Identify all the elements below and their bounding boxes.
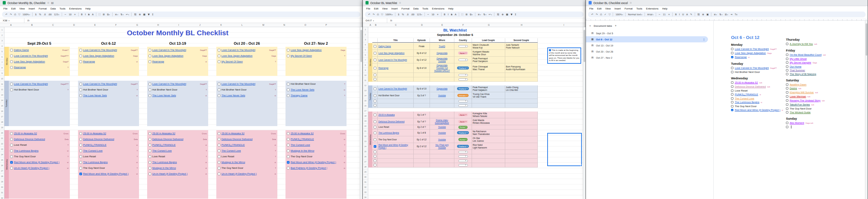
checkbox[interactable]	[149, 60, 151, 63]
add-tab-icon[interactable]: +	[615, 24, 616, 27]
checkbox[interactable]	[218, 173, 220, 175]
insert-chart-icon[interactable]: ▦	[506, 13, 508, 16]
menu-data[interactable]: Data	[413, 7, 419, 10]
checkbox[interactable]	[786, 65, 788, 68]
item-title[interactable]: Red Moon and Wine (# Destiny Project )	[291, 161, 336, 164]
item-title[interactable]: Love Carved In The Moonlight	[14, 82, 48, 85]
country-dropdown[interactable]: ▾	[458, 59, 468, 61]
item-title[interactable]: PUNKS△TRIANGLE	[735, 93, 758, 96]
checkbox[interactable]	[374, 164, 376, 166]
item-title[interactable]: The Cursed Love	[735, 97, 754, 100]
paint-format-icon[interactable]: ⛉	[609, 13, 610, 16]
checkbox[interactable]: ✓	[10, 161, 13, 164]
checkbox[interactable]	[374, 104, 376, 107]
column-header[interactable]: D	[421, 24, 423, 26]
checkbox[interactable]	[786, 61, 788, 64]
country-pill[interactable]: Korea▾	[458, 138, 468, 141]
checkbox[interactable]	[149, 138, 151, 141]
checkbox[interactable]: ✓	[731, 109, 733, 111]
font-select[interactable]: Arial▾	[647, 13, 653, 16]
column-header[interactable]: L	[241, 24, 243, 26]
indent-icon[interactable]: ⇥	[730, 13, 732, 16]
vertical-scrollbar[interactable]	[360, 27, 362, 199]
item-title[interactable]: PUNKS△TRIANGLE	[83, 143, 106, 146]
font-size-value[interactable]: 10	[432, 13, 434, 16]
checkbox[interactable]	[786, 43, 788, 45]
checkbox[interactable]	[786, 87, 788, 89]
checkbox[interactable]	[287, 49, 290, 52]
menu-help[interactable]: Help	[662, 7, 667, 10]
item-title[interactable]: The Luminous Begins	[83, 161, 108, 164]
checkbox[interactable]	[149, 167, 151, 170]
country-pill[interactable]: Vietnam▾	[457, 94, 469, 97]
horizontal-align-icon[interactable]: ≡▾	[478, 13, 481, 16]
insert-chart-icon[interactable]: ▦	[143, 13, 145, 16]
checkbox[interactable]	[218, 94, 220, 97]
show-title[interactable]: Delicious Divorce Delivered	[378, 120, 413, 123]
menu-data[interactable]: Data	[51, 7, 56, 10]
checkbox[interactable]	[374, 155, 376, 158]
menu-file[interactable]: File	[366, 7, 370, 10]
checkbox[interactable]	[10, 83, 13, 85]
vertical-align-icon[interactable]: ⇅▾	[483, 13, 486, 16]
checkbox[interactable]	[149, 94, 151, 97]
spreadsheet-grid[interactable]: 1234567891011121314151617181920212223242…	[0, 27, 360, 199]
checkbox[interactable]	[10, 88, 13, 91]
checkbox[interactable]	[786, 83, 788, 86]
checkbox[interactable]	[374, 132, 376, 134]
bold-icon[interactable]: B	[444, 13, 446, 16]
item-title[interactable]: 25:00 in Akasaka S2	[152, 132, 175, 135]
insert-link-icon[interactable]: ⛓	[697, 13, 700, 16]
format-percent-icon[interactable]: %	[402, 13, 404, 16]
menu-format[interactable]: Format	[39, 7, 47, 10]
item-title[interactable]: The Love Never Sets	[291, 88, 314, 91]
checkbox[interactable]	[10, 155, 13, 158]
country-dropdown[interactable]: ▾	[458, 74, 468, 76]
checkbox[interactable]	[218, 155, 220, 158]
checkbox[interactable]	[10, 138, 13, 141]
scrollbar-thumb[interactable]	[360, 30, 362, 62]
line-spacing-icon[interactable]: ⇅▾	[719, 13, 722, 16]
checkbox[interactable]	[374, 159, 376, 162]
item-title[interactable]: Un-in Heart (# Destiny Project )	[221, 172, 257, 175]
checkbox[interactable]	[287, 138, 290, 141]
where-link[interactable]: Youtube	[438, 94, 446, 97]
checkbox[interactable]	[218, 83, 220, 85]
checkbox[interactable]	[287, 150, 290, 152]
checkbox[interactable]	[218, 144, 220, 146]
column-header[interactable]: B	[375, 24, 376, 26]
item-title[interactable]: Love Carved In The Moonlight	[83, 82, 117, 85]
decrease-decimals-icon[interactable]: .0	[44, 13, 46, 16]
fill-handle[interactable]	[580, 165, 582, 166]
country-pill[interactable]: Japan▾	[458, 52, 468, 55]
checkbox[interactable]	[218, 60, 220, 63]
country-dropdown[interactable]: ▾	[458, 151, 468, 153]
borders-icon[interactable]: ⊞	[103, 13, 105, 16]
decrease-decimals-icon[interactable]: .0	[407, 13, 409, 16]
item-title[interactable]: Rearrange	[14, 66, 26, 69]
checkbox[interactable]	[287, 88, 290, 91]
text-wrap-icon[interactable]: ↩▾	[489, 13, 492, 16]
checkbox[interactable]: ✓	[287, 161, 290, 164]
item-title[interactable]: Un-in Heart (# Destiny Project )	[14, 166, 49, 170]
item-title[interactable]: My Secret Vampire	[790, 61, 811, 64]
checkbox[interactable]	[786, 126, 788, 128]
strikethrough-icon[interactable]: S	[88, 13, 90, 16]
star-icon[interactable]: ☆	[47, 1, 50, 4]
item-title[interactable]: Red Moon and Wine (# Destiny Project )	[735, 108, 780, 112]
item-title[interactable]: That Summer	[790, 69, 805, 72]
where-link[interactable]: Gagaoolala	[436, 87, 447, 90]
star-icon[interactable]: ☆	[630, 1, 632, 4]
name-box[interactable]: X38▾	[0, 18, 24, 23]
format-percent-icon[interactable]: %	[39, 13, 41, 16]
italic-icon[interactable]: I	[85, 13, 86, 16]
name-box[interactable]: G4:I7▾	[363, 18, 387, 23]
checkbox[interactable]	[79, 83, 82, 85]
font-size-decrease-icon[interactable]: −	[64, 13, 66, 16]
item-title[interactable]: Awaiting Dawn	[790, 83, 806, 86]
column-header[interactable]: H	[521, 24, 522, 26]
checkbox[interactable]	[287, 132, 290, 135]
document-tab[interactable]: ▤Oct 20 - Oct 26	[586, 48, 708, 55]
checkbox[interactable]	[731, 67, 733, 69]
country-pill[interactable]: Japan▾	[458, 113, 468, 116]
